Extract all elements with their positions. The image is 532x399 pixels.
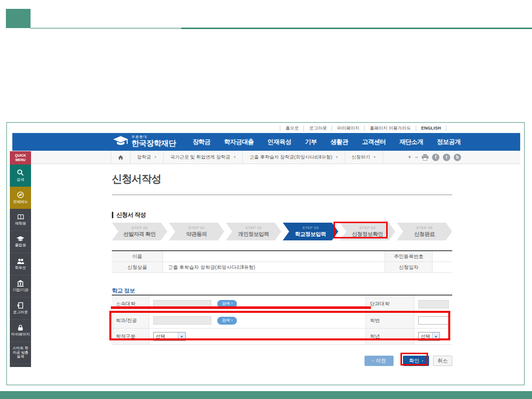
dept-label: 학과/전공: [112, 313, 149, 329]
univ-label: 소속대학: [112, 296, 149, 313]
step-number: STEP 03: [302, 226, 319, 230]
dept-input[interactable]: [153, 316, 211, 325]
college-input: [418, 300, 449, 308]
school-info-table: 소속대학 검색 › 단과대학 학과/전공 검색 › 학번 학적구분 선택: [112, 295, 452, 345]
step-02: STEP 02 개인정보입력: [226, 223, 281, 240]
step-number: STEP 01: [188, 226, 204, 230]
step-number: STEP 02: [245, 226, 262, 230]
lock-icon: [17, 324, 24, 331]
rrn-value: [432, 251, 452, 262]
select-value: 선택: [419, 332, 432, 340]
univ-cell: 검색 ›: [149, 296, 366, 313]
screenshot-frame: 홈으로 로그아웃 마이페이지 홈페이지 이용가이드 ENGLISH 푸른등대 한…: [6, 122, 525, 385]
confirm-button[interactable]: 확인 ›: [403, 356, 429, 366]
step-number: STEP 00: [132, 226, 148, 230]
step-label: 선발자격 확인: [124, 231, 156, 238]
apply-date-value: [432, 262, 452, 273]
slide-corner-block: [6, 9, 31, 28]
sidebar-item-search[interactable]: 검색: [10, 165, 31, 187]
step-label: 신청완료: [414, 231, 435, 238]
prev-label: 이전: [376, 358, 386, 365]
slide-footer-bar: [0, 391, 532, 399]
applicant-info-table: 이름 주민등록번호 신청상품 고졸 후학습자 장학금(희망사다리Ⅱ유형) 신청일…: [112, 250, 452, 273]
title-divider: [112, 195, 452, 195]
apply-date-label: 신청일자: [385, 262, 432, 273]
section-bar: [112, 212, 113, 218]
sidebar-label: 졸업생: [15, 243, 26, 248]
grade-cell: 선택 ▼: [414, 329, 452, 345]
student-id-input[interactable]: [418, 316, 449, 325]
logout-icon: [17, 302, 24, 309]
student-id-cell: [414, 313, 452, 329]
blog-icon[interactable]: b: [454, 154, 461, 161]
graduation-cap-icon: [16, 236, 25, 242]
search-icon: [17, 169, 24, 176]
slide-divider-dark: [181, 28, 532, 29]
dept-cell: 검색 ›: [149, 313, 366, 329]
sidebar-label: 마이페이지: [11, 332, 30, 337]
dept-search-button[interactable]: 검색 ›: [217, 317, 237, 325]
step-05: STEP 05 신청완료: [397, 223, 452, 240]
sidebar-label: 전체메뉴: [13, 200, 28, 204]
step-01: STEP 01 약관동의: [169, 223, 225, 240]
name-value: [163, 251, 385, 262]
page-title: 신청서작성: [112, 172, 161, 186]
sidebar-label: 로그아웃: [13, 310, 28, 315]
sidebar-item-institution[interactable]: 기업/기관: [10, 275, 31, 298]
product-label: 신청상품: [112, 262, 163, 273]
sidebar-item-mypage[interactable]: 마이페이지: [10, 320, 31, 342]
sidebar-filler: [10, 364, 31, 367]
section-header: 신청서 작성: [112, 211, 146, 219]
enroll-cell: 선택 ▼: [149, 329, 366, 345]
rrn-label: 주민등록번호: [385, 251, 432, 262]
prev-button[interactable]: ‹ 이전: [365, 356, 394, 366]
confirm-label: 확인: [409, 358, 419, 365]
sidebar-item-all-menu[interactable]: 전체메뉴: [10, 187, 31, 209]
college-cell: [414, 296, 452, 313]
quick-menu-title: QUICK MENU: [10, 151, 31, 165]
step-number: STEP 05: [416, 226, 432, 230]
section-title: 신청서 작성: [116, 211, 146, 219]
bank-icon: [17, 280, 24, 287]
step-label: 개인정보입력: [238, 231, 269, 238]
slide-divider-light: [31, 28, 181, 29]
grade-label: 학년: [366, 329, 414, 345]
enroll-select[interactable]: 선택 ▼: [153, 332, 186, 341]
school-info-title: 학교 정보: [112, 287, 135, 295]
book-icon: [17, 214, 25, 220]
name-label: 이름: [112, 251, 163, 262]
step-04: STEP 04 신청정보확인: [340, 223, 396, 240]
chevron-left-icon: ‹: [372, 359, 373, 363]
people-icon: [17, 258, 25, 265]
chevron-right-icon: ›: [422, 359, 423, 363]
univ-search-button[interactable]: 검색 ›: [217, 300, 237, 308]
sidebar-label: 스마트 학자금 맞춤설계: [11, 346, 30, 359]
select-value: 선택: [154, 332, 178, 340]
sidebar-label: 학부모: [15, 266, 26, 270]
college-label: 단과대학: [366, 296, 414, 313]
sidebar-label: 재학생: [15, 222, 26, 226]
compass-icon: [17, 191, 24, 199]
chevron-down-icon: ▼: [432, 332, 439, 340]
quick-menu-sidebar: QUICK MENU 검색 전체메뉴 재학생 졸업생: [10, 151, 31, 367]
sidebar-label: 기업/기관: [12, 288, 28, 293]
student-id-label: 학번: [366, 313, 414, 329]
step-00: STEP 00 선발자격 확인: [112, 223, 167, 240]
cancel-button[interactable]: 취소: [433, 356, 452, 366]
product-value: 고졸 후학습자 장학금(희망사다리Ⅱ유형): [163, 262, 385, 273]
sidebar-item-smart-plan[interactable]: 스마트 학자금 맞춤설계: [10, 342, 31, 364]
sidebar-item-parents[interactable]: 학부모: [10, 253, 31, 275]
univ-input[interactable]: [153, 300, 211, 308]
chevron-down-icon: ▼: [178, 332, 185, 340]
step-indicator: STEP 00 선발자격 확인 STEP 01 약관동의 STEP 02 개인정…: [112, 223, 452, 240]
sidebar-item-graduate[interactable]: 졸업생: [10, 231, 31, 253]
step-03-active: STEP 03 학교정보입력: [283, 223, 338, 240]
sidebar-item-logout[interactable]: 로그아웃: [10, 298, 31, 320]
step-number: STEP 04: [359, 226, 375, 230]
sidebar-label: 검색: [17, 178, 24, 182]
sidebar-item-enrolled[interactable]: 재학생: [10, 209, 31, 231]
cancel-label: 취소: [437, 358, 448, 365]
grade-select[interactable]: 선택 ▼: [418, 332, 440, 341]
step-label: 신청정보확인: [352, 231, 383, 238]
enroll-label: 학적구분: [112, 329, 149, 345]
